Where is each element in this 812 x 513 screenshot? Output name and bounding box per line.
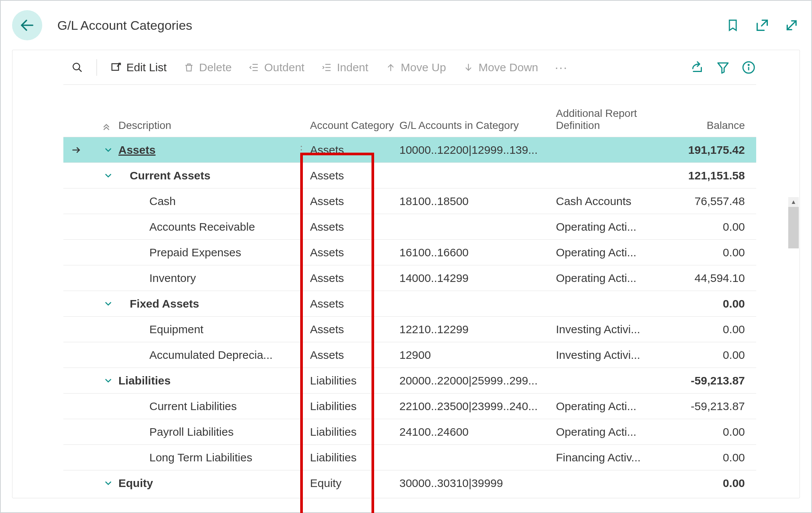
cell-balance[interactable]: 0.00	[665, 477, 756, 490]
cell-balance[interactable]: 191,175.42	[665, 144, 756, 156]
cell-description[interactable]: Accounts Receivable	[118, 221, 303, 233]
expand-toggle[interactable]	[90, 376, 118, 386]
cell-description[interactable]: Current Assets	[118, 169, 303, 182]
table-row[interactable]: Current LiabilitiesLiabilities22100..235…	[63, 393, 756, 419]
cell-balance[interactable]: 0.00	[665, 426, 756, 438]
delete-button[interactable]: Delete	[175, 58, 240, 77]
col-balance[interactable]: Balance	[665, 119, 756, 132]
expand-toggle[interactable]	[90, 478, 118, 488]
cell-balance[interactable]: 0.00	[665, 221, 756, 233]
cell-description[interactable]: Equity	[118, 477, 303, 490]
info-button[interactable]	[741, 60, 756, 75]
cell-description[interactable]: Current Liabilities	[118, 400, 303, 413]
expand-toggle[interactable]	[90, 171, 118, 181]
cell-balance[interactable]: 0.00	[665, 297, 756, 310]
cell-gl-accounts[interactable]: 30000..30310|39999	[399, 477, 556, 490]
cell-gl-accounts[interactable]: 14000..14299	[399, 272, 556, 285]
table-row[interactable]: InventoryAssets14000..14299Operating Act…	[63, 265, 756, 291]
edit-list-button[interactable]: Edit List	[102, 58, 175, 77]
table-row[interactable]: Prepaid ExpensesAssets16100..16600Operat…	[63, 239, 756, 265]
cell-account-category[interactable]: Assets	[303, 169, 399, 182]
cell-description[interactable]: Cash	[118, 195, 303, 208]
cell-balance[interactable]: 76,557.48	[665, 195, 756, 208]
cell-gl-accounts[interactable]: 20000..22000|25999..299...	[399, 374, 556, 387]
cell-additional[interactable]: Operating Acti...	[556, 272, 665, 285]
cell-description[interactable]: Assets	[118, 144, 303, 156]
cell-account-category[interactable]: Assets	[303, 323, 399, 336]
table-row[interactable]: Accumulated Deprecia...Assets12900Invest…	[63, 342, 756, 368]
cell-description[interactable]: Fixed Assets	[118, 297, 303, 310]
cell-additional[interactable]: Cash Accounts	[556, 195, 665, 208]
cell-account-category[interactable]: Assets	[303, 246, 399, 259]
col-description[interactable]: Description	[118, 119, 303, 132]
cell-account-category[interactable]: Assets	[303, 349, 399, 361]
cell-account-category[interactable]: Assets	[303, 195, 399, 208]
scrollbar-up-arrow[interactable]: ▲	[788, 197, 799, 207]
cell-additional[interactable]: Operating Acti...	[556, 221, 665, 233]
cell-account-category[interactable]: Liabilities	[303, 451, 399, 464]
col-gl-accounts[interactable]: G/L Accounts in Category	[399, 119, 556, 132]
expand-button[interactable]	[783, 17, 800, 34]
cell-description[interactable]: Equipment	[118, 323, 303, 336]
cell-gl-accounts[interactable]: 12210..12299	[399, 323, 556, 336]
back-button[interactable]	[12, 10, 42, 40]
table-row[interactable]: Accounts ReceivableAssetsOperating Acti.…	[63, 214, 756, 239]
cell-description[interactable]: Accumulated Deprecia...	[118, 349, 303, 361]
cell-additional[interactable]: Investing Activi...	[556, 323, 665, 336]
cell-additional[interactable]: Operating Acti...	[556, 426, 665, 438]
cell-balance[interactable]: -59,213.87	[665, 400, 756, 413]
col-additional[interactable]: Additional Report Definition	[556, 107, 665, 132]
cell-balance[interactable]: 0.00	[665, 349, 756, 361]
table-row[interactable]: EquityEquity30000..30310|399990.00	[63, 470, 756, 496]
cell-account-category[interactable]: Assets	[303, 144, 399, 156]
cell-gl-accounts[interactable]: 22100..23500|23999..240...	[399, 400, 556, 413]
cell-account-category[interactable]: Assets	[303, 221, 399, 233]
cell-balance[interactable]: 0.00	[665, 451, 756, 464]
cell-description[interactable]: Long Term Liabilities	[118, 451, 303, 464]
cell-description[interactable]: Prepaid Expenses	[118, 246, 303, 259]
cell-gl-accounts[interactable]: 12900	[399, 349, 556, 361]
bookmark-button[interactable]	[725, 17, 741, 34]
cell-gl-accounts[interactable]: 10000..12200|12999..139...	[399, 144, 556, 156]
move-up-button[interactable]: Move Up	[377, 58, 454, 77]
table-row[interactable]: Long Term LiabilitiesLiabilitiesFinancin…	[63, 444, 756, 470]
cell-additional[interactable]: Operating Acti...	[556, 400, 665, 413]
move-down-button[interactable]: Move Down	[454, 58, 546, 77]
expand-toggle[interactable]	[90, 299, 118, 309]
cell-description[interactable]: Liabilities	[118, 374, 303, 387]
cell-account-category[interactable]: Liabilities	[303, 426, 399, 438]
cell-additional[interactable]: Investing Activi...	[556, 349, 665, 361]
table-row[interactable]: AssetsAssets10000..12200|12999..139...19…	[63, 137, 756, 162]
table-row[interactable]: CashAssets18100..18500Cash Accounts76,55…	[63, 188, 756, 214]
outdent-button[interactable]: Outdent	[240, 58, 313, 77]
filter-button[interactable]	[715, 60, 731, 75]
table-row[interactable]: EquipmentAssets12210..12299Investing Act…	[63, 316, 756, 342]
indent-button[interactable]: Indent	[313, 58, 376, 77]
cell-balance[interactable]: 0.00	[665, 323, 756, 336]
more-actions-button[interactable]: ···	[546, 57, 576, 78]
collapse-all-icon[interactable]	[101, 121, 112, 132]
cell-account-category[interactable]: Liabilities	[303, 400, 399, 413]
cell-gl-accounts[interactable]: 24100..24600	[399, 426, 556, 438]
popout-button[interactable]	[754, 17, 771, 34]
table-row[interactable]: Current AssetsAssets121,151.58	[63, 162, 756, 188]
share-button[interactable]	[690, 60, 705, 75]
cell-gl-accounts[interactable]: 18100..18500	[399, 195, 556, 208]
cell-additional[interactable]: Financing Activ...	[556, 451, 665, 464]
cell-description[interactable]: Inventory	[118, 272, 303, 285]
table-row[interactable]: Fixed AssetsAssets0.00	[63, 291, 756, 316]
cell-additional[interactable]: Operating Acti...	[556, 246, 665, 259]
cell-description[interactable]: Payroll Liabilities	[118, 426, 303, 438]
cell-balance[interactable]: 121,151.58	[665, 169, 756, 182]
cell-balance[interactable]: -59,213.87	[665, 374, 756, 387]
scrollbar-thumb[interactable]	[788, 207, 799, 248]
table-row[interactable]: LiabilitiesLiabilities20000..22000|25999…	[63, 368, 756, 393]
cell-account-category[interactable]: Equity	[303, 477, 399, 490]
col-account-category[interactable]: Account Category	[303, 119, 399, 132]
expand-toggle[interactable]	[90, 145, 118, 155]
cell-account-category[interactable]: Assets	[303, 297, 399, 310]
cell-balance[interactable]: 0.00	[665, 246, 756, 259]
cell-balance[interactable]: 44,594.10	[665, 272, 756, 285]
search-button[interactable]	[63, 59, 91, 76]
row-more-icon[interactable]	[296, 144, 306, 156]
